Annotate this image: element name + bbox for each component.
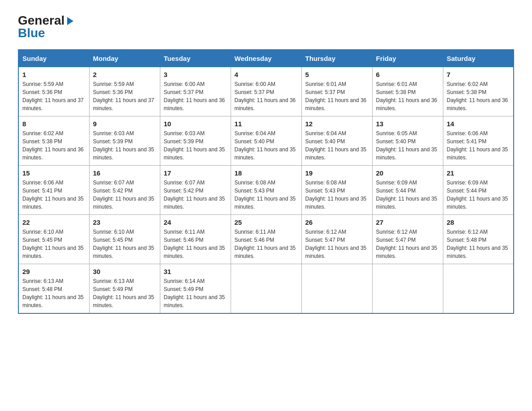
calendar-week-row: 22Sunrise: 6:10 AMSunset: 5:45 PMDayligh… bbox=[18, 215, 514, 264]
day-number: 23 bbox=[93, 218, 156, 226]
day-info: Sunrise: 6:06 AMSunset: 5:41 PMDaylight:… bbox=[447, 129, 510, 162]
calendar-cell: 30Sunrise: 6:13 AMSunset: 5:49 PMDayligh… bbox=[89, 264, 160, 314]
day-info: Sunrise: 6:14 AMSunset: 5:49 PMDaylight:… bbox=[164, 277, 227, 309]
day-info: Sunrise: 6:11 AMSunset: 5:46 PMDaylight:… bbox=[235, 228, 298, 260]
calendar-cell: 17Sunrise: 6:07 AMSunset: 5:42 PMDayligh… bbox=[160, 166, 231, 215]
calendar-week-row: 8Sunrise: 6:02 AMSunset: 5:38 PMDaylight… bbox=[18, 116, 514, 166]
day-number: 18 bbox=[235, 169, 298, 177]
day-info: Sunrise: 6:10 AMSunset: 5:45 PMDaylight:… bbox=[22, 228, 86, 260]
calendar-cell: 24Sunrise: 6:11 AMSunset: 5:46 PMDayligh… bbox=[160, 215, 231, 264]
calendar-cell: 21Sunrise: 6:09 AMSunset: 5:44 PMDayligh… bbox=[443, 166, 514, 215]
calendar-cell: 3Sunrise: 6:00 AMSunset: 5:37 PMDaylight… bbox=[160, 67, 231, 116]
day-info: Sunrise: 6:04 AMSunset: 5:40 PMDaylight:… bbox=[235, 129, 298, 162]
calendar-cell: 13Sunrise: 6:05 AMSunset: 5:40 PMDayligh… bbox=[372, 116, 443, 166]
day-number: 10 bbox=[164, 120, 227, 128]
day-info: Sunrise: 6:06 AMSunset: 5:41 PMDaylight:… bbox=[22, 179, 86, 211]
calendar-cell: 7Sunrise: 6:02 AMSunset: 5:38 PMDaylight… bbox=[443, 67, 514, 116]
logo: General Blue bbox=[18, 13, 75, 40]
calendar-cell: 1Sunrise: 5:59 AMSunset: 5:36 PMDaylight… bbox=[18, 67, 89, 116]
day-info: Sunrise: 6:05 AMSunset: 5:40 PMDaylight:… bbox=[376, 129, 439, 162]
day-number: 14 bbox=[447, 120, 510, 128]
day-info: Sunrise: 6:00 AMSunset: 5:37 PMDaylight:… bbox=[235, 80, 298, 112]
day-info: Sunrise: 6:08 AMSunset: 5:43 PMDaylight:… bbox=[305, 179, 369, 211]
day-number: 31 bbox=[164, 268, 227, 275]
calendar-cell: 16Sunrise: 6:07 AMSunset: 5:42 PMDayligh… bbox=[89, 166, 160, 215]
calendar-cell: 4Sunrise: 6:00 AMSunset: 5:37 PMDaylight… bbox=[231, 67, 301, 116]
header-friday: Friday bbox=[372, 50, 443, 67]
day-number: 17 bbox=[164, 169, 227, 177]
day-info: Sunrise: 6:07 AMSunset: 5:42 PMDaylight:… bbox=[93, 179, 156, 211]
calendar-cell: 31Sunrise: 6:14 AMSunset: 5:49 PMDayligh… bbox=[160, 264, 231, 314]
calendar-week-row: 29Sunrise: 6:13 AMSunset: 5:48 PMDayligh… bbox=[18, 264, 514, 314]
day-info: Sunrise: 6:13 AMSunset: 5:48 PMDaylight:… bbox=[22, 277, 86, 309]
day-number: 24 bbox=[164, 218, 227, 226]
calendar-cell bbox=[301, 264, 372, 314]
header-thursday: Thursday bbox=[301, 50, 372, 67]
day-number: 1 bbox=[22, 71, 86, 78]
page-header: General Blue bbox=[18, 13, 514, 40]
day-info: Sunrise: 6:12 AMSunset: 5:48 PMDaylight:… bbox=[447, 228, 510, 260]
day-info: Sunrise: 6:08 AMSunset: 5:43 PMDaylight:… bbox=[235, 179, 298, 211]
logo-blue-text: Blue bbox=[18, 26, 75, 40]
logo-arrow-icon bbox=[65, 16, 75, 26]
day-number: 20 bbox=[376, 169, 439, 177]
calendar-week-row: 1Sunrise: 5:59 AMSunset: 5:36 PMDaylight… bbox=[18, 67, 514, 116]
calendar-cell: 2Sunrise: 5:59 AMSunset: 5:36 PMDaylight… bbox=[89, 67, 160, 116]
day-number: 3 bbox=[164, 71, 227, 78]
header-tuesday: Tuesday bbox=[160, 50, 231, 67]
day-number: 27 bbox=[376, 218, 439, 226]
calendar-cell: 22Sunrise: 6:10 AMSunset: 5:45 PMDayligh… bbox=[18, 215, 89, 264]
day-number: 22 bbox=[22, 218, 86, 226]
weekday-header-row: Sunday Monday Tuesday Wednesday Thursday… bbox=[18, 50, 514, 67]
day-number: 26 bbox=[305, 218, 369, 226]
calendar-cell: 11Sunrise: 6:04 AMSunset: 5:40 PMDayligh… bbox=[231, 116, 301, 166]
day-info: Sunrise: 6:00 AMSunset: 5:37 PMDaylight:… bbox=[164, 80, 227, 112]
day-info: Sunrise: 6:09 AMSunset: 5:44 PMDaylight:… bbox=[376, 179, 439, 211]
day-info: Sunrise: 6:01 AMSunset: 5:38 PMDaylight:… bbox=[376, 80, 439, 112]
day-number: 19 bbox=[305, 169, 369, 177]
header-saturday: Saturday bbox=[443, 50, 514, 67]
day-info: Sunrise: 6:13 AMSunset: 5:49 PMDaylight:… bbox=[93, 277, 156, 309]
calendar-cell: 23Sunrise: 6:10 AMSunset: 5:45 PMDayligh… bbox=[89, 215, 160, 264]
calendar-cell: 19Sunrise: 6:08 AMSunset: 5:43 PMDayligh… bbox=[301, 166, 372, 215]
day-info: Sunrise: 6:02 AMSunset: 5:38 PMDaylight:… bbox=[22, 129, 86, 162]
day-number: 16 bbox=[93, 169, 156, 177]
day-number: 9 bbox=[93, 120, 156, 128]
calendar-week-row: 15Sunrise: 6:06 AMSunset: 5:41 PMDayligh… bbox=[18, 166, 514, 215]
calendar-header: Sunday Monday Tuesday Wednesday Thursday… bbox=[18, 50, 514, 67]
header-sunday: Sunday bbox=[18, 50, 89, 67]
calendar-cell: 27Sunrise: 6:12 AMSunset: 5:47 PMDayligh… bbox=[372, 215, 443, 264]
calendar-cell: 6Sunrise: 6:01 AMSunset: 5:38 PMDaylight… bbox=[372, 67, 443, 116]
day-number: 11 bbox=[235, 120, 298, 128]
day-number: 8 bbox=[22, 120, 86, 128]
calendar-cell: 26Sunrise: 6:12 AMSunset: 5:47 PMDayligh… bbox=[301, 215, 372, 264]
header-wednesday: Wednesday bbox=[231, 50, 301, 67]
day-number: 6 bbox=[376, 71, 439, 78]
day-info: Sunrise: 6:03 AMSunset: 5:39 PMDaylight:… bbox=[93, 129, 156, 162]
day-number: 7 bbox=[447, 71, 510, 78]
day-number: 15 bbox=[22, 169, 86, 177]
calendar-cell: 20Sunrise: 6:09 AMSunset: 5:44 PMDayligh… bbox=[372, 166, 443, 215]
day-info: Sunrise: 6:12 AMSunset: 5:47 PMDaylight:… bbox=[376, 228, 439, 260]
calendar-cell: 28Sunrise: 6:12 AMSunset: 5:48 PMDayligh… bbox=[443, 215, 514, 264]
day-number: 28 bbox=[447, 218, 510, 226]
day-number: 5 bbox=[305, 71, 369, 78]
calendar-body: 1Sunrise: 5:59 AMSunset: 5:36 PMDaylight… bbox=[18, 67, 514, 314]
day-number: 21 bbox=[447, 169, 510, 177]
day-info: Sunrise: 5:59 AMSunset: 5:36 PMDaylight:… bbox=[22, 80, 86, 112]
day-info: Sunrise: 6:01 AMSunset: 5:37 PMDaylight:… bbox=[305, 80, 369, 112]
calendar-cell: 25Sunrise: 6:11 AMSunset: 5:46 PMDayligh… bbox=[231, 215, 301, 264]
day-info: Sunrise: 6:10 AMSunset: 5:45 PMDaylight:… bbox=[93, 228, 156, 260]
calendar-cell: 9Sunrise: 6:03 AMSunset: 5:39 PMDaylight… bbox=[89, 116, 160, 166]
day-info: Sunrise: 6:07 AMSunset: 5:42 PMDaylight:… bbox=[164, 179, 227, 211]
day-number: 4 bbox=[235, 71, 298, 78]
day-number: 25 bbox=[235, 218, 298, 226]
day-info: Sunrise: 6:02 AMSunset: 5:38 PMDaylight:… bbox=[447, 80, 510, 112]
day-number: 2 bbox=[93, 71, 156, 78]
calendar-cell: 15Sunrise: 6:06 AMSunset: 5:41 PMDayligh… bbox=[18, 166, 89, 215]
calendar-cell: 10Sunrise: 6:03 AMSunset: 5:39 PMDayligh… bbox=[160, 116, 231, 166]
day-info: Sunrise: 6:11 AMSunset: 5:46 PMDaylight:… bbox=[164, 228, 227, 260]
day-info: Sunrise: 6:03 AMSunset: 5:39 PMDaylight:… bbox=[164, 129, 227, 162]
calendar-cell bbox=[372, 264, 443, 314]
day-info: Sunrise: 5:59 AMSunset: 5:36 PMDaylight:… bbox=[93, 80, 156, 112]
